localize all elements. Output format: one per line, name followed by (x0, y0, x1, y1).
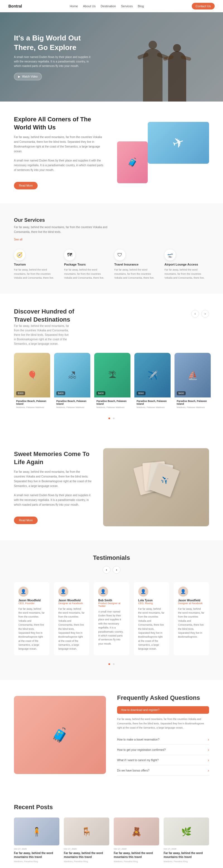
dest-card-4[interactable]: $400 Paradise Beach, Palawan Island Mald… (174, 353, 211, 411)
destinations-section: Discover Hundred of Travel Destinations … (0, 294, 223, 434)
faq-content: Frequently Asked Questions How to downlo… (117, 694, 209, 776)
destinations-title: Discover Hundred of Travel Destinations (14, 308, 87, 323)
dest-card-1-info: Paradise Beach, Palawan Island Maldives,… (54, 398, 90, 411)
faq-item-1[interactable]: How to get your registration confirmed? … (117, 745, 209, 755)
dest-card-2-image: $430 (94, 353, 130, 398)
service-insurance: 🛡 Travel Insurance Far far away, behind … (114, 249, 159, 280)
nav-logo: Bontral (8, 4, 22, 8)
posts-title: Recent Posts (14, 804, 209, 811)
posts-grid: 🧍 Oct 17, 2020 Far far away, behind the … (14, 817, 209, 863)
nav-contact-button[interactable]: Contact Us (192, 3, 215, 9)
service-package-tours: 🗺 Package Tours Far far away, behind the… (64, 249, 109, 280)
dest-card-0-info: Paradise Beach, Palawan Island Maldives,… (14, 398, 50, 411)
dest-card-4-image: $400 (174, 353, 211, 398)
testimonials-next-button[interactable]: › (113, 566, 120, 574)
testimonial-4: 👤 Jason Woodfield Designer at Facebook F… (174, 582, 209, 655)
nav-links: Home About Us Destination Services Blog (70, 4, 144, 8)
post-card-2[interactable]: 🧸 Oct 17, 2020 Far far away, behind the … (114, 817, 159, 863)
dest-card-1-location: Maldives, Palawan Maldives (56, 406, 88, 409)
dest-card-1-name: Paradise Beach, Palawan Island (56, 400, 88, 405)
dest-card-3-location: Maldives, Palawan Maldives (136, 406, 168, 409)
dest-card-2[interactable]: $430 Paradise Beach, Palawan Island Mald… (94, 353, 130, 411)
testimonial-2-avatar: 👤 (98, 587, 108, 597)
dest-card-1-image: $400 (54, 353, 90, 398)
hero-figures (106, 18, 223, 101)
service-lounge-desc: Far far away, behind the word mountains,… (164, 268, 209, 280)
faq-item-2[interactable]: What if I want to cancel my flight? › (117, 755, 209, 765)
testimonials-prev-button[interactable]: ‹ (103, 566, 110, 574)
test-dot-1[interactable] (108, 663, 110, 665)
hero-watch-button[interactable]: ▶ Watch Video (14, 73, 42, 80)
nav-link-blog[interactable]: Blog (138, 4, 144, 8)
memories-read-more-button[interactable]: Read More (14, 517, 38, 524)
dest-card-0-name: Paradise Beach, Palawan Island (16, 400, 48, 405)
nav-link-about[interactable]: About Us (83, 4, 96, 8)
faq-item-0[interactable]: How to make a travel reservation? › (117, 735, 209, 745)
testimonial-3-name: Lola Tyson (138, 599, 165, 602)
post-card-1-meta: Maldives, Paradise Ring (64, 860, 109, 863)
post-card-1-title: Far far away, behind the word mountains … (64, 851, 109, 859)
hero-description: A small river named Duden flows by their… (14, 55, 92, 68)
nav-link-home[interactable]: Home (70, 4, 78, 8)
service-tourism-title: Tourism (14, 263, 59, 266)
post-card-0-image: 🧍 (14, 817, 59, 845)
explore-desc1: Far far away, behind the word mountains,… (14, 135, 106, 154)
nav-link-destination[interactable]: Destination (101, 4, 116, 8)
testimonial-0-name: Jason Woodfield (19, 599, 45, 602)
testimonial-4-name: Jason Woodfield (178, 599, 204, 602)
hero-section: It's a Big World Out There, Go Explore A… (0, 12, 223, 101)
faq-item-3[interactable]: Do we have bonus offers? › (117, 765, 209, 776)
memories-desc2: A small river named Duden flows by their… (14, 493, 92, 507)
dest-card-2-price: $430 (96, 391, 105, 395)
dest-card-3[interactable]: $560 Paradise Beach, Palawan Island Mald… (134, 353, 170, 411)
testimonials-dots (14, 661, 209, 666)
memories-section: Sweet Memories Come To Life Again Far fa… (0, 434, 223, 540)
testimonial-0: 👤 Jason Woodfield CEO, Founder Far far a… (14, 582, 49, 655)
destinations-text: Discover Hundred of Travel Destinations … (14, 308, 87, 346)
post-card-1[interactable]: 🪑 Oct 17, 2020 Far far away, behind the … (64, 817, 109, 863)
dot-2[interactable] (113, 417, 115, 419)
service-tourism: 🧭 Tourism Far far away, behind the word … (14, 249, 59, 280)
dest-card-3-price: $560 (136, 391, 146, 395)
explore-read-more-button[interactable]: Read More (14, 182, 38, 189)
faq-highlight-question[interactable]: How to download and register? (117, 706, 209, 714)
explore-woman-image (117, 142, 148, 183)
testimonial-1-name: Jason Woodfield (58, 599, 85, 602)
services-desc: Far far away, behind the word mountains,… (14, 225, 109, 234)
dest-card-4-location: Maldives, Palawan Maldives (177, 406, 209, 409)
destinations-dots (14, 415, 223, 420)
posts-section: Recent Posts 🧍 Oct 17, 2020 Far far away… (0, 789, 223, 868)
post-card-0[interactable]: 🧍 Oct 17, 2020 Far far away, behind the … (14, 817, 59, 863)
dest-card-0[interactable]: $300 Paradise Beach, Palawan Island Mald… (14, 353, 50, 411)
post-card-2-date: Oct 17, 2020 (114, 848, 159, 850)
destinations-next-button[interactable]: › (201, 310, 209, 318)
dest-card-3-name: Paradise Beach, Palawan Island (136, 400, 168, 405)
testimonials-section: Testimonials ‹ › 👤 Jason Woodfield CEO, … (0, 540, 223, 680)
testimonial-1-text: Far far away, behind the word mountains,… (58, 607, 85, 651)
dot-1[interactable] (108, 417, 110, 419)
explore-title: Explore All Corners of The World With Us (14, 116, 106, 131)
destinations-prev-button[interactable]: ‹ (191, 310, 199, 318)
destinations-header: Discover Hundred of Travel Destinations … (14, 308, 223, 346)
services-see-all-link[interactable]: See all (14, 238, 23, 241)
photos-fan: 🏛️ 🌆 🗺️ ✈️ (134, 459, 179, 515)
service-lounge-title: Airport Lounge Access (164, 263, 209, 266)
post-card-2-image: 🧸 (114, 817, 159, 845)
post-card-3[interactable]: 🌿 Oct 17, 2020 Far far away, behind the … (164, 817, 209, 863)
dest-card-1[interactable]: $400 Paradise Beach, Palawan Island Mald… (54, 353, 90, 411)
package-tours-icon: 🗺 (64, 249, 75, 260)
hero-title: It's a Big World Out There, Go Explore (14, 33, 92, 53)
nav-link-services[interactable]: Services (121, 4, 133, 8)
dest-card-3-image: $560 (134, 353, 170, 398)
dest-card-2-location: Maldives, Palawan Maldives (96, 406, 128, 409)
testimonial-0-text: Far far away, behind the word mountains,… (19, 607, 45, 651)
dest-card-4-name: Paradise Beach, Palawan Island (177, 400, 209, 405)
dest-card-0-location: Maldives, Palawan Maldives (16, 406, 48, 409)
explore-images (117, 122, 209, 183)
test-dot-2[interactable] (113, 663, 115, 665)
faq-arrow-1: › (208, 747, 209, 752)
navbar: Bontral Home About Us Destination Servic… (0, 0, 223, 12)
testimonial-2-text: A small river named Duden flows by their… (98, 610, 125, 646)
testimonial-1: 👤 Jason Woodfield Designer at Facebook F… (54, 582, 89, 655)
explore-section: Explore All Corners of The World With Us… (0, 101, 223, 203)
